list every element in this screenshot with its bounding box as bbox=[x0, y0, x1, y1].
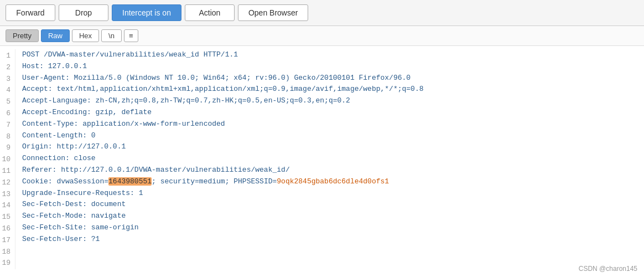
line-number: 12 bbox=[0, 177, 11, 189]
raw-button[interactable]: Raw bbox=[41, 29, 70, 42]
line-number: 14 bbox=[0, 200, 11, 212]
code-line: Accept: text/html,application/xhtml+xml,… bbox=[22, 84, 644, 95]
code-line: POST /DVWA-master/vulnerabilities/weak_i… bbox=[22, 49, 644, 61]
line-number: 7 bbox=[0, 120, 11, 131]
code-line: Cookie: dvwaSession=1643980551; security… bbox=[22, 176, 644, 188]
cookie-middle: ; security=medium; PHPSESSID= bbox=[152, 177, 277, 186]
watermark: CSDN @charon145 bbox=[579, 265, 637, 273]
toolbar: Forward Drop Intercept is on Action Open… bbox=[0, 0, 644, 26]
request-content: 12345678910111213141516171819 POST /DVWA… bbox=[0, 46, 644, 273]
line-number: 9 bbox=[0, 142, 11, 154]
line-number: 8 bbox=[0, 131, 11, 143]
code-line: User-Agent: Mozilla/5.0 (Windows NT 10.0… bbox=[22, 73, 644, 84]
code-line: Connection: close bbox=[22, 153, 644, 165]
code-line: Accept-Language: zh-CN,zh;q=0.8,zh-TW;q=… bbox=[22, 95, 644, 107]
action-button[interactable]: Action bbox=[185, 4, 235, 21]
session-value: 1643980551 bbox=[108, 177, 152, 186]
code-line bbox=[22, 245, 644, 257]
code-line: Host: 127.0.0.1 bbox=[22, 61, 644, 73]
line-number: 11 bbox=[0, 166, 11, 177]
line-number: 10 bbox=[0, 154, 11, 166]
code-line bbox=[22, 257, 644, 268]
line-number: 15 bbox=[0, 212, 11, 223]
line-number: 5 bbox=[0, 96, 11, 108]
intercept-button[interactable]: Intercept is on bbox=[112, 4, 181, 21]
hex-button[interactable]: Hex bbox=[72, 29, 99, 42]
code-line: Sec-Fetch-Site: same-origin bbox=[22, 222, 644, 234]
forward-button[interactable]: Forward bbox=[6, 4, 55, 21]
pretty-button[interactable]: Pretty bbox=[6, 29, 39, 42]
code-line: Origin: http://127.0.0.1 bbox=[22, 141, 644, 153]
line-number: 4 bbox=[0, 85, 11, 96]
format-bar: Pretty Raw Hex \n ≡ bbox=[0, 26, 644, 46]
code-line: Sec-Fetch-User: ?1 bbox=[22, 234, 644, 245]
line-number: 16 bbox=[0, 223, 11, 235]
line-number: 2 bbox=[0, 62, 11, 74]
code-line: Accept-Encoding: gzip, deflate bbox=[22, 107, 644, 119]
line-number: 6 bbox=[0, 108, 11, 120]
menu-button[interactable]: ≡ bbox=[124, 29, 138, 42]
line-number: 3 bbox=[0, 74, 11, 85]
code-line: Content-Length: 0 bbox=[22, 130, 644, 142]
code-line: Sec-Fetch-Mode: navigate bbox=[22, 211, 644, 222]
line-number: 1 bbox=[0, 50, 11, 62]
line-number: 18 bbox=[0, 247, 11, 258]
line-numbers: 12345678910111213141516171819 bbox=[0, 49, 15, 269]
code-line: Sec-Fetch-Dest: document bbox=[22, 199, 644, 211]
code-line: Referer: http://127.0.0.1/DVWA-master/vu… bbox=[22, 165, 644, 176]
drop-button[interactable]: Drop bbox=[59, 4, 108, 21]
phpsessid-value: 9oqk2845gbab6dc6dle4d0ofs1 bbox=[277, 177, 389, 186]
line-number: 19 bbox=[0, 258, 11, 269]
code-line: Content-Type: application/x-www-form-url… bbox=[22, 119, 644, 130]
line-number: 13 bbox=[0, 189, 11, 201]
newline-button[interactable]: \n bbox=[101, 29, 122, 42]
cookie-prefix: Cookie: dvwaSession= bbox=[22, 177, 108, 186]
code-lines[interactable]: POST /DVWA-master/vulnerabilities/weak_i… bbox=[15, 49, 644, 269]
code-line: Upgrade-Insecure-Requests: 1 bbox=[22, 188, 644, 199]
open-browser-button[interactable]: Open Browser bbox=[238, 4, 308, 21]
line-number: 17 bbox=[0, 235, 11, 247]
